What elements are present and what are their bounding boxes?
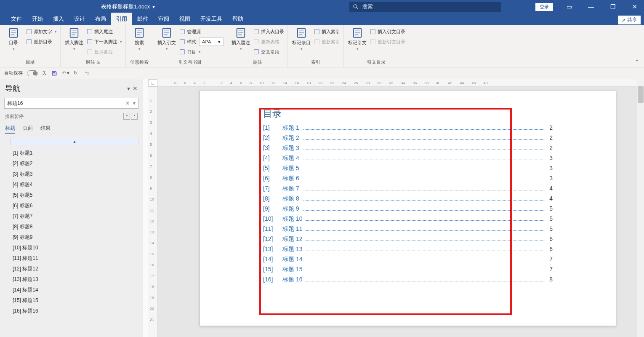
ribbon-插入题注[interactable]: 插入题注▾ — [231, 27, 251, 51]
tab-插入[interactable]: 插入 — [48, 13, 69, 25]
ribbon-标记条目[interactable]: 标记条目▾ — [291, 27, 311, 51]
close-button[interactable]: ✕ — [625, 0, 644, 13]
nav-search-clear-icon[interactable]: ✕ — [124, 100, 131, 106]
nav-heading-item[interactable]: [4] 标题4 — [13, 179, 138, 190]
nav-search-dropdown-icon[interactable]: ▾ — [133, 100, 136, 106]
toc-entry[interactable]: [11]标题 115 — [263, 225, 553, 233]
nav-heading-item[interactable]: [10] 标题10 — [13, 243, 138, 253]
ribbon-item-添加文字[interactable]: 添加文字▾ — [26, 27, 57, 36]
ribbon-display-button[interactable]: ▭ — [560, 0, 578, 13]
toc-entry[interactable]: [2]标题 22 — [263, 134, 553, 142]
nav-next-result[interactable]: ˅ — [131, 113, 138, 120]
ribbon-item-插入表目录[interactable]: 插入表目录 — [253, 27, 284, 36]
tab-审阅[interactable]: 审阅 — [153, 13, 174, 25]
toc-entry[interactable]: [1]标题 12 — [263, 124, 553, 132]
document-filename: 表格标题标题1.docx — [101, 3, 150, 11]
toc-entry[interactable]: [14]标题 147 — [263, 256, 553, 263]
ribbon-搜索[interactable]: 搜索▾ — [129, 27, 149, 51]
share-button[interactable]: ↗ 共享 — [618, 16, 641, 24]
tab-视图[interactable]: 视图 — [174, 13, 195, 25]
login-button[interactable]: 登录 — [535, 3, 553, 11]
ribbon-group-信息检索: 搜索▾信息检索 — [126, 25, 153, 67]
search-icon — [353, 4, 359, 10]
ribbon-item-交叉引用[interactable]: 交叉引用 — [253, 47, 284, 56]
nav-tab-标题[interactable]: 标题 — [5, 125, 15, 134]
nav-heading-item[interactable]: [7] 标题7 — [13, 211, 138, 222]
toc-entry[interactable]: [13]标题 136 — [263, 246, 553, 253]
tab-邮件[interactable]: 邮件 — [132, 13, 153, 25]
undo-button[interactable]: ↶ ▾ — [62, 70, 69, 76]
tab-文件[interactable]: 文件 — [6, 13, 27, 25]
ribbon-item-插入尾注[interactable]: 插入尾注 — [87, 27, 122, 36]
nav-prev-result[interactable]: ˄ — [123, 113, 130, 120]
ribbon-插入引文[interactable]: 插入引文▾ — [157, 27, 177, 51]
ribbon-item-插入引文目录[interactable]: 插入引文目录 — [370, 27, 405, 36]
toc-entry[interactable]: [7]标题 74 — [263, 185, 553, 193]
filename-dropdown-icon[interactable]: ▾ — [152, 4, 155, 10]
nav-heading-item[interactable]: [3] 标题3 — [13, 169, 138, 179]
nav-heading-item[interactable]: [15] 标题15 — [13, 295, 138, 306]
toc-entry[interactable]: [10]标题 105 — [263, 215, 553, 223]
ribbon-item-下一条脚注[interactable]: 下一条脚注▾ — [87, 37, 122, 46]
toc-entry[interactable]: [12]标题 126 — [263, 235, 553, 243]
nav-heading-item[interactable]: [1] 标题1 — [13, 148, 138, 158]
toc-entry[interactable]: [15]标题 157 — [263, 266, 553, 273]
group-label: 引文目录 — [347, 59, 405, 66]
scrollbar-thumb[interactable] — [638, 86, 644, 103]
vertical-scrollbar[interactable] — [637, 79, 644, 337]
ribbon-插入脚注[interactable]: 插入脚注▾ — [64, 27, 84, 51]
style-select[interactable]: APA ▾ — [199, 37, 224, 46]
save-icon[interactable] — [51, 70, 58, 77]
tab-selector[interactable]: ∟ — [148, 79, 157, 87]
nav-heading-item[interactable]: [11] 标题11 — [13, 253, 138, 264]
tab-布局[interactable]: 布局 — [90, 13, 111, 25]
ribbon-item-样式:[interactable]: 样式:APA ▾ — [179, 37, 224, 46]
ribbon-标记引文[interactable]: 标记引文▾ — [347, 27, 367, 51]
tab-设计[interactable]: 设计 — [69, 13, 90, 25]
tab-帮助[interactable]: 帮助 — [227, 13, 248, 25]
nav-heading-item[interactable]: [13] 标题13 — [13, 274, 138, 285]
toc-entry[interactable]: [4]标题 43 — [263, 155, 553, 162]
ribbon-item-书目[interactable]: 书目▾ — [179, 47, 224, 56]
nav-close-icon[interactable]: ✕ — [133, 85, 138, 92]
nav-heading-item[interactable]: [5] 标题5 — [13, 190, 138, 201]
nav-dropdown-icon[interactable]: ▾ — [127, 85, 130, 92]
nav-heading-item[interactable]: [8] 标题8 — [13, 222, 138, 232]
vertical-ruler[interactable]: ∟ 123456789101112131415161718192021 — [148, 79, 157, 337]
horizontal-ruler[interactable]: 8642246810121416182022242628303234363840… — [157, 79, 644, 87]
autosave-toggle[interactable] — [27, 70, 38, 76]
toc-entry[interactable]: [3]标题 32 — [263, 144, 553, 152]
toc-entry[interactable]: [8]标题 84 — [263, 195, 553, 203]
ribbon-目录[interactable]: 目录▾ — [3, 27, 24, 51]
nav-heading-item[interactable]: [9] 标题9 — [13, 232, 138, 243]
nav-heading-item[interactable]: [6] 标题6 — [13, 201, 138, 211]
toc-entry[interactable]: [16]标题 168 — [263, 276, 553, 284]
nav-tab-结果[interactable]: 结果 — [40, 125, 51, 134]
tab-开始[interactable]: 开始 — [27, 13, 48, 25]
toc-index: [15] — [263, 266, 282, 273]
toc-entry[interactable]: [6]标题 63 — [263, 175, 553, 182]
tab-开发工具[interactable]: 开发工具 — [195, 13, 227, 25]
nav-heading-item[interactable]: [12] 标题12 — [13, 264, 138, 274]
collapse-ribbon-button[interactable]: ⌃ — [631, 57, 644, 67]
maximize-button[interactable]: ❐ — [604, 0, 622, 13]
nav-heading-item[interactable]: [16] 标题16 — [13, 306, 138, 316]
toc-index: [10] — [263, 215, 282, 222]
nav-tab-页面[interactable]: 页面 — [23, 125, 33, 134]
ribbon-item-更新目录[interactable]: 更新目录 — [26, 37, 57, 46]
ribbon-item-插入索引[interactable]: 插入索引 — [314, 27, 340, 36]
search-box[interactable]: 搜索 — [349, 2, 501, 12]
nav-search-input[interactable]: 标题16 ✕ ▾ — [4, 98, 138, 109]
pane-splitter[interactable] — [143, 79, 148, 337]
qat-customize[interactable]: ⇆ — [85, 70, 89, 76]
nav-heading-item[interactable]: [14] 标题14 — [13, 285, 138, 295]
nav-heading-item[interactable]: [2] 标题2 — [13, 158, 138, 169]
document-page[interactable]: 目录 [1]标题 12[2]标题 22[3]标题 32[4]标题 43[5]标题… — [200, 90, 616, 326]
tab-引用[interactable]: 引用 — [111, 13, 132, 25]
toc-entry[interactable]: [5]标题 53 — [263, 165, 553, 172]
nav-collapse-all[interactable]: ▴ — [10, 138, 138, 145]
toc-entry[interactable]: [9]标题 95 — [263, 205, 553, 213]
redo-button[interactable]: ↻ — [74, 70, 77, 76]
ribbon-item-管理源[interactable]: 管理源 — [179, 27, 224, 36]
minimize-button[interactable]: — — [582, 0, 600, 13]
